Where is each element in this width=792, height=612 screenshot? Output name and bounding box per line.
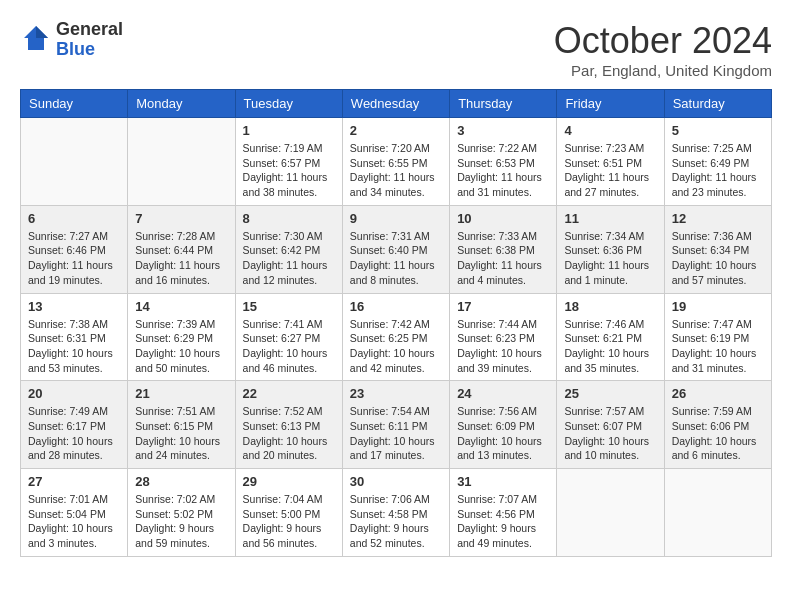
day-number: 9 xyxy=(350,211,442,226)
day-number: 15 xyxy=(243,299,335,314)
calendar-cell xyxy=(128,118,235,206)
day-info: Sunrise: 7:44 AMSunset: 6:23 PMDaylight:… xyxy=(457,317,549,376)
day-number: 28 xyxy=(135,474,227,489)
logo-blue-text: Blue xyxy=(56,40,123,60)
day-info: Sunrise: 7:59 AMSunset: 6:06 PMDaylight:… xyxy=(672,404,764,463)
calendar-cell: 10Sunrise: 7:33 AMSunset: 6:38 PMDayligh… xyxy=(450,205,557,293)
calendar-cell: 26Sunrise: 7:59 AMSunset: 6:06 PMDayligh… xyxy=(664,381,771,469)
calendar-cell: 17Sunrise: 7:44 AMSunset: 6:23 PMDayligh… xyxy=(450,293,557,381)
calendar-cell: 16Sunrise: 7:42 AMSunset: 6:25 PMDayligh… xyxy=(342,293,449,381)
day-info: Sunrise: 7:52 AMSunset: 6:13 PMDaylight:… xyxy=(243,404,335,463)
week-row-4: 20Sunrise: 7:49 AMSunset: 6:17 PMDayligh… xyxy=(21,381,772,469)
day-info: Sunrise: 7:51 AMSunset: 6:15 PMDaylight:… xyxy=(135,404,227,463)
calendar-cell xyxy=(557,469,664,557)
day-header-saturday: Saturday xyxy=(664,90,771,118)
day-number: 10 xyxy=(457,211,549,226)
calendar-cell: 30Sunrise: 7:06 AMSunset: 4:58 PMDayligh… xyxy=(342,469,449,557)
month-title: October 2024 xyxy=(554,20,772,62)
day-number: 1 xyxy=(243,123,335,138)
days-header-row: SundayMondayTuesdayWednesdayThursdayFrid… xyxy=(21,90,772,118)
day-number: 12 xyxy=(672,211,764,226)
page-header: General Blue October 2024 Par, England, … xyxy=(20,20,772,79)
day-number: 4 xyxy=(564,123,656,138)
day-number: 19 xyxy=(672,299,764,314)
calendar-cell: 7Sunrise: 7:28 AMSunset: 6:44 PMDaylight… xyxy=(128,205,235,293)
day-info: Sunrise: 7:20 AMSunset: 6:55 PMDaylight:… xyxy=(350,141,442,200)
calendar-cell: 21Sunrise: 7:51 AMSunset: 6:15 PMDayligh… xyxy=(128,381,235,469)
day-info: Sunrise: 7:56 AMSunset: 6:09 PMDaylight:… xyxy=(457,404,549,463)
calendar-cell: 12Sunrise: 7:36 AMSunset: 6:34 PMDayligh… xyxy=(664,205,771,293)
day-number: 13 xyxy=(28,299,120,314)
day-number: 6 xyxy=(28,211,120,226)
day-number: 24 xyxy=(457,386,549,401)
day-info: Sunrise: 7:30 AMSunset: 6:42 PMDaylight:… xyxy=(243,229,335,288)
day-number: 20 xyxy=(28,386,120,401)
day-info: Sunrise: 7:34 AMSunset: 6:36 PMDaylight:… xyxy=(564,229,656,288)
calendar-cell: 9Sunrise: 7:31 AMSunset: 6:40 PMDaylight… xyxy=(342,205,449,293)
day-header-monday: Monday xyxy=(128,90,235,118)
day-number: 17 xyxy=(457,299,549,314)
day-number: 22 xyxy=(243,386,335,401)
day-header-wednesday: Wednesday xyxy=(342,90,449,118)
day-number: 31 xyxy=(457,474,549,489)
calendar-cell: 28Sunrise: 7:02 AMSunset: 5:02 PMDayligh… xyxy=(128,469,235,557)
day-info: Sunrise: 7:57 AMSunset: 6:07 PMDaylight:… xyxy=(564,404,656,463)
day-info: Sunrise: 7:01 AMSunset: 5:04 PMDaylight:… xyxy=(28,492,120,551)
day-number: 25 xyxy=(564,386,656,401)
day-header-friday: Friday xyxy=(557,90,664,118)
day-info: Sunrise: 7:25 AMSunset: 6:49 PMDaylight:… xyxy=(672,141,764,200)
day-info: Sunrise: 7:23 AMSunset: 6:51 PMDaylight:… xyxy=(564,141,656,200)
calendar-cell: 18Sunrise: 7:46 AMSunset: 6:21 PMDayligh… xyxy=(557,293,664,381)
day-info: Sunrise: 7:54 AMSunset: 6:11 PMDaylight:… xyxy=(350,404,442,463)
day-info: Sunrise: 7:31 AMSunset: 6:40 PMDaylight:… xyxy=(350,229,442,288)
day-info: Sunrise: 7:19 AMSunset: 6:57 PMDaylight:… xyxy=(243,141,335,200)
day-header-tuesday: Tuesday xyxy=(235,90,342,118)
calendar-cell: 15Sunrise: 7:41 AMSunset: 6:27 PMDayligh… xyxy=(235,293,342,381)
day-header-thursday: Thursday xyxy=(450,90,557,118)
day-info: Sunrise: 7:02 AMSunset: 5:02 PMDaylight:… xyxy=(135,492,227,551)
day-info: Sunrise: 7:49 AMSunset: 6:17 PMDaylight:… xyxy=(28,404,120,463)
day-number: 2 xyxy=(350,123,442,138)
day-number: 21 xyxy=(135,386,227,401)
calendar-cell: 31Sunrise: 7:07 AMSunset: 4:56 PMDayligh… xyxy=(450,469,557,557)
calendar-cell: 5Sunrise: 7:25 AMSunset: 6:49 PMDaylight… xyxy=(664,118,771,206)
calendar-cell: 6Sunrise: 7:27 AMSunset: 6:46 PMDaylight… xyxy=(21,205,128,293)
day-number: 18 xyxy=(564,299,656,314)
day-info: Sunrise: 7:27 AMSunset: 6:46 PMDaylight:… xyxy=(28,229,120,288)
calendar-cell: 1Sunrise: 7:19 AMSunset: 6:57 PMDaylight… xyxy=(235,118,342,206)
calendar-cell: 4Sunrise: 7:23 AMSunset: 6:51 PMDaylight… xyxy=(557,118,664,206)
day-info: Sunrise: 7:46 AMSunset: 6:21 PMDaylight:… xyxy=(564,317,656,376)
calendar-cell: 19Sunrise: 7:47 AMSunset: 6:19 PMDayligh… xyxy=(664,293,771,381)
day-number: 7 xyxy=(135,211,227,226)
day-number: 26 xyxy=(672,386,764,401)
calendar-cell: 24Sunrise: 7:56 AMSunset: 6:09 PMDayligh… xyxy=(450,381,557,469)
day-info: Sunrise: 7:38 AMSunset: 6:31 PMDaylight:… xyxy=(28,317,120,376)
day-header-sunday: Sunday xyxy=(21,90,128,118)
day-number: 27 xyxy=(28,474,120,489)
logo-general: General xyxy=(56,20,123,40)
calendar-cell: 8Sunrise: 7:30 AMSunset: 6:42 PMDaylight… xyxy=(235,205,342,293)
day-number: 16 xyxy=(350,299,442,314)
week-row-5: 27Sunrise: 7:01 AMSunset: 5:04 PMDayligh… xyxy=(21,469,772,557)
day-info: Sunrise: 7:28 AMSunset: 6:44 PMDaylight:… xyxy=(135,229,227,288)
day-info: Sunrise: 7:06 AMSunset: 4:58 PMDaylight:… xyxy=(350,492,442,551)
calendar-cell: 29Sunrise: 7:04 AMSunset: 5:00 PMDayligh… xyxy=(235,469,342,557)
day-number: 14 xyxy=(135,299,227,314)
day-info: Sunrise: 7:41 AMSunset: 6:27 PMDaylight:… xyxy=(243,317,335,376)
day-number: 30 xyxy=(350,474,442,489)
day-number: 11 xyxy=(564,211,656,226)
logo-text: General Blue xyxy=(56,20,123,60)
day-info: Sunrise: 7:36 AMSunset: 6:34 PMDaylight:… xyxy=(672,229,764,288)
calendar-cell: 23Sunrise: 7:54 AMSunset: 6:11 PMDayligh… xyxy=(342,381,449,469)
day-number: 8 xyxy=(243,211,335,226)
week-row-2: 6Sunrise: 7:27 AMSunset: 6:46 PMDaylight… xyxy=(21,205,772,293)
calendar-cell: 20Sunrise: 7:49 AMSunset: 6:17 PMDayligh… xyxy=(21,381,128,469)
day-info: Sunrise: 7:42 AMSunset: 6:25 PMDaylight:… xyxy=(350,317,442,376)
day-info: Sunrise: 7:33 AMSunset: 6:38 PMDaylight:… xyxy=(457,229,549,288)
calendar-cell: 3Sunrise: 7:22 AMSunset: 6:53 PMDaylight… xyxy=(450,118,557,206)
week-row-1: 1Sunrise: 7:19 AMSunset: 6:57 PMDaylight… xyxy=(21,118,772,206)
logo: General Blue xyxy=(20,20,123,60)
day-info: Sunrise: 7:04 AMSunset: 5:00 PMDaylight:… xyxy=(243,492,335,551)
day-number: 5 xyxy=(672,123,764,138)
week-row-3: 13Sunrise: 7:38 AMSunset: 6:31 PMDayligh… xyxy=(21,293,772,381)
